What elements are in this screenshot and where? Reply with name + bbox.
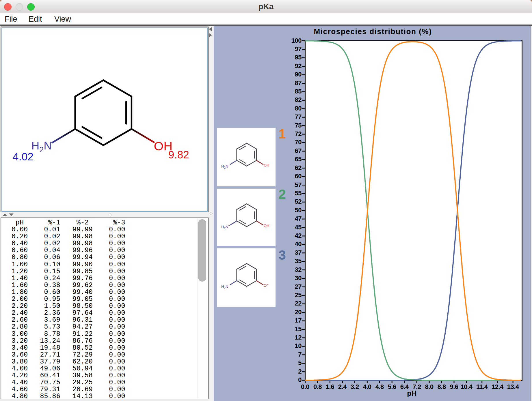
svg-text:1: 1 [278,126,286,141]
svg-text:3.2: 3.2 [351,383,359,390]
svg-text:67: 67 [295,147,302,154]
svg-text:8.8: 8.8 [438,383,446,390]
svg-text:50: 50 [295,207,302,214]
svg-text:82: 82 [295,96,302,103]
svg-text:12: 12 [295,334,302,341]
svg-text:9.6: 9.6 [450,383,458,390]
svg-text:40: 40 [295,240,302,248]
svg-text:4.02: 4.02 [13,151,34,163]
svg-text:10.4: 10.4 [461,383,473,390]
svg-text:3: 3 [278,248,286,263]
svg-text:15: 15 [295,325,302,333]
svg-text:11.4: 11.4 [476,383,488,390]
svg-text:32: 32 [295,266,302,273]
svg-text:97: 97 [295,45,302,53]
svg-text:57: 57 [295,181,302,188]
svg-text:pH: pH [407,389,416,397]
svg-text:77: 77 [295,113,302,120]
svg-text:2: 2 [298,368,302,375]
svg-text:10: 10 [295,342,302,349]
svg-text:62: 62 [295,164,302,171]
svg-text:52: 52 [295,198,302,205]
svg-text:90: 90 [295,71,302,78]
svg-text:OH: OH [264,224,269,228]
svg-text:27: 27 [295,283,302,290]
svg-text:37: 37 [295,249,302,256]
svg-text:2: 2 [278,187,286,202]
svg-text:OH: OH [264,163,269,167]
svg-text:85: 85 [295,88,302,95]
svg-text:65: 65 [295,155,302,163]
svg-text:75: 75 [295,122,302,129]
svg-text:7: 7 [298,351,302,358]
svg-text:12.4: 12.4 [492,383,504,390]
svg-text:H2N: H2N [31,139,52,154]
svg-text:35: 35 [295,257,302,265]
svg-text:8.0: 8.0 [425,383,434,390]
svg-text:5.6: 5.6 [388,383,396,390]
svg-text:5: 5 [298,359,302,366]
svg-text:60: 60 [295,173,302,180]
svg-text:30: 30 [295,274,302,282]
svg-text:O–: O– [264,283,268,288]
svg-text:47: 47 [295,215,302,222]
svg-text:H2N: H2N [221,284,228,290]
svg-text:45: 45 [295,224,302,231]
svg-text:17: 17 [295,317,302,324]
svg-text:80: 80 [295,105,302,112]
svg-text:55: 55 [295,190,302,197]
svg-text:72: 72 [295,130,302,137]
svg-text:0.0: 0.0 [301,383,309,390]
svg-text:92: 92 [295,62,302,70]
svg-text:9.82: 9.82 [168,149,189,161]
svg-text:25: 25 [295,291,302,299]
svg-text:87: 87 [295,79,302,87]
svg-text:0: 0 [298,376,302,383]
svg-text:0.8: 0.8 [313,383,322,390]
svg-text:4.0: 4.0 [363,383,371,390]
svg-text:95: 95 [295,54,302,61]
svg-text:H2N: H2N [221,164,228,169]
svg-text:2.4: 2.4 [338,383,347,390]
svg-text:4.8: 4.8 [375,383,384,390]
svg-text:20: 20 [295,308,302,316]
svg-text:100: 100 [291,37,302,44]
svg-text:13.4: 13.4 [507,383,519,390]
svg-text:H2N+: H2N+ [221,224,230,230]
svg-text:70: 70 [295,138,302,146]
svg-text:22: 22 [295,300,302,307]
svg-text:42: 42 [295,232,302,239]
svg-text:1.6: 1.6 [326,383,334,390]
